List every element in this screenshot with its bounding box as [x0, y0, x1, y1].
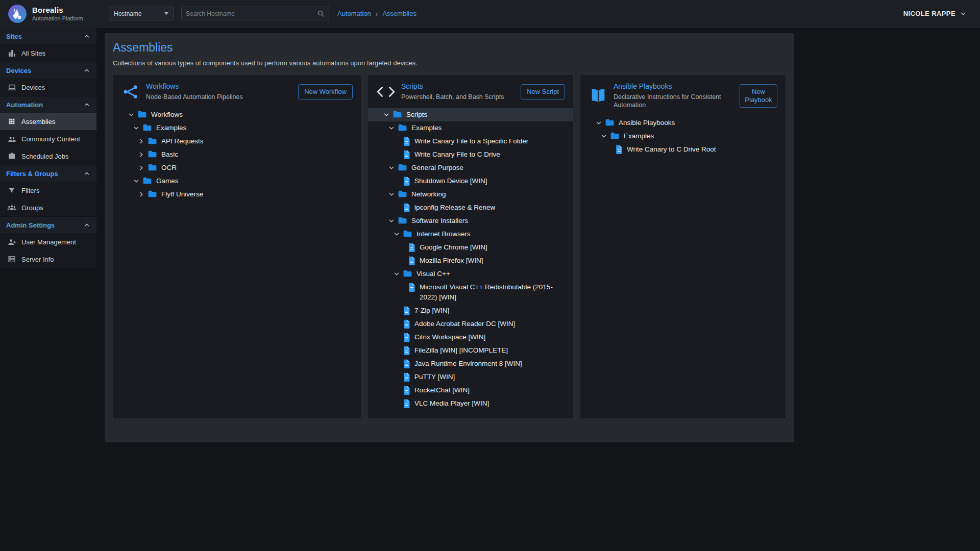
chevron-right-icon[interactable]	[136, 149, 146, 160]
user-add-icon	[7, 237, 16, 246]
sidebar-item-server-info[interactable]: Server Info	[0, 251, 96, 268]
tree-folder-row[interactable]: Workflows	[113, 108, 361, 121]
chevron-down-icon[interactable]	[131, 123, 141, 133]
new-script-button[interactable]: New Script	[521, 84, 565, 99]
chevron-down-icon[interactable]	[599, 131, 609, 141]
tree-item-label: Shutdown Device [WIN]	[414, 176, 487, 186]
tree-file-row[interactable]: Citrix Workspace [WIN]	[368, 331, 573, 344]
file-icon	[403, 386, 410, 395]
hostname-search[interactable]	[181, 7, 329, 20]
chevron-down-icon[interactable]	[381, 110, 391, 120]
sidebar-item-assemblies[interactable]: Assemblies	[0, 113, 96, 130]
tree-folder-row[interactable]: Internet Browsers	[368, 228, 573, 241]
page-subtitle: Collections of various types of componen…	[113, 59, 786, 67]
sidebar-item-label: Devices	[21, 84, 45, 91]
book-icon	[589, 88, 608, 104]
sidebar-section-automation[interactable]: Automation	[0, 96, 96, 113]
tree-folder-row[interactable]: Games	[113, 174, 361, 188]
tree-file-row[interactable]: Microsoft Visual C++ Redistributable (20…	[368, 281, 573, 304]
chevron-down-icon[interactable]	[386, 163, 397, 173]
tree-file-row[interactable]: Write Canary to C Drive Root	[580, 143, 786, 156]
brand: Borealis Automation Platform	[0, 4, 100, 24]
tree-file-row[interactable]: Mozilla Firefox [WIN]	[368, 254, 573, 267]
chevron-down-icon[interactable]	[386, 123, 397, 133]
chevron-down-icon[interactable]	[131, 176, 141, 186]
folder-icon	[398, 123, 407, 132]
sidebar-item-all-sites[interactable]: All Sites	[0, 44, 96, 62]
tree-file-row[interactable]: 7-Zip [WIN]	[368, 304, 573, 317]
chevron-spacer	[391, 359, 402, 369]
user-menu[interactable]: NICOLE RAPPE	[903, 10, 967, 17]
tree-file-row[interactable]: ipconfig Release & Renew	[368, 201, 573, 214]
hostname-select[interactable]: Hostname	[109, 7, 174, 20]
tree-folder-row[interactable]: Networking	[368, 188, 573, 201]
folder-icon	[148, 163, 157, 171]
tree-folder-row[interactable]: Examples	[368, 121, 573, 135]
tree-folder-row[interactable]: Flyff Universe	[113, 188, 361, 201]
sidebar-item-devices[interactable]: Devices	[0, 79, 96, 96]
sidebar-section-sites[interactable]: Sites	[0, 28, 96, 44]
tree-file-row[interactable]: PuTTY [WIN]	[368, 370, 573, 384]
tree-item-label: Basic	[161, 149, 178, 160]
tree-folder-row[interactable]: Software Installers	[368, 214, 573, 228]
tree-item-label: Flyff Universe	[161, 189, 203, 199]
tree-folder-row[interactable]: General Purpose	[368, 161, 573, 174]
sidebar-item-community-content[interactable]: Community Content	[0, 130, 96, 147]
tree-folder-row[interactable]: Examples	[113, 121, 361, 135]
sidebar-section-devices[interactable]: Devices	[0, 62, 96, 79]
breadcrumb-automation[interactable]: Automation	[337, 10, 371, 17]
tree-file-row[interactable]: VLC Media Player [WIN]	[368, 397, 573, 410]
tree-file-row[interactable]: FileZilla [WIN] [INCOMPLETE]	[368, 344, 573, 357]
folder-icon	[605, 118, 615, 127]
sidebar-item-label: Server Info	[21, 256, 54, 263]
chevron-down-icon[interactable]	[391, 229, 402, 239]
chevron-spacer	[391, 149, 402, 160]
tree-folder-row[interactable]: Visual C++	[368, 267, 573, 281]
chevron-right-icon[interactable]	[136, 136, 146, 146]
tree-file-row[interactable]: Shutdown Device [WIN]	[368, 174, 573, 188]
breadcrumb: Automation › Assemblies	[337, 10, 416, 18]
chevron-down-icon[interactable]	[126, 110, 136, 120]
tree-folder-row[interactable]: Ansible Playbooks	[580, 116, 786, 130]
tree-folder-row[interactable]: OCR	[113, 161, 361, 174]
sidebar-item-groups[interactable]: Groups	[0, 199, 96, 216]
tree-file-row[interactable]: Google Chrome [WIN]	[368, 241, 573, 254]
tree-file-row[interactable]: Write Canary File to a Specific Folder	[368, 135, 573, 148]
chevron-down-icon[interactable]	[386, 216, 397, 226]
section-label: Admin Settings	[6, 221, 55, 229]
tree-item-label: Adobe Acrobat Reader DC [WIN]	[414, 319, 515, 329]
sidebar-item-scheduled-jobs[interactable]: Scheduled Jobs	[0, 147, 96, 165]
tree-folder-row[interactable]: Scripts	[368, 108, 573, 121]
tree-item-label: Visual C++	[416, 269, 450, 279]
file-icon	[403, 399, 410, 408]
tree-folder-row[interactable]: Basic	[113, 148, 361, 161]
sidebar-item-filters[interactable]: Filters	[0, 182, 96, 199]
new-workflow-button[interactable]: New Workflow	[298, 84, 353, 99]
sidebar-section-admin-settings[interactable]: Admin Settings	[0, 217, 96, 233]
new-playbook-button[interactable]: New Playbook	[740, 84, 777, 108]
chevron-down-icon[interactable]	[594, 118, 604, 128]
breadcrumb-assemblies[interactable]: Assemblies	[382, 10, 416, 17]
tree-item-label: 7-Zip [WIN]	[414, 306, 449, 316]
tree-folder-row[interactable]: API Requests	[113, 135, 361, 148]
sidebar-item-user-management[interactable]: User Management	[0, 233, 96, 251]
tree-file-row[interactable]: RocketChat [WIN]	[368, 384, 573, 397]
section-label: Filters & Groups	[6, 170, 58, 178]
chevron-right-icon[interactable]	[136, 189, 146, 199]
tree-file-row[interactable]: Write Canary File to C Drive	[368, 148, 573, 161]
sidebar-item-label: Assemblies	[21, 118, 55, 126]
tree-file-row[interactable]: Adobe Acrobat Reader DC [WIN]	[368, 317, 573, 331]
sidebar-section-filters-groups[interactable]: Filters & Groups	[0, 165, 96, 182]
folder-icon	[137, 110, 147, 118]
tree-item-label: Mozilla Firefox [WIN]	[420, 256, 483, 266]
chevron-down-icon[interactable]	[386, 189, 397, 199]
search-input[interactable]	[186, 10, 317, 17]
chevron-down-icon[interactable]	[391, 269, 402, 279]
tree-folder-row[interactable]: Examples	[580, 130, 786, 143]
chevron-spacer	[391, 203, 402, 213]
tree-item-label: Examples	[624, 131, 654, 141]
chevron-right-icon[interactable]	[136, 163, 146, 173]
card-scripts: Scripts Powershell, Batch, and Bash Scri…	[368, 75, 573, 418]
tree-file-row[interactable]: Java Runtime Environment 8 [WIN]	[368, 357, 573, 370]
tree-item-label: Ansible Playbooks	[619, 118, 675, 128]
